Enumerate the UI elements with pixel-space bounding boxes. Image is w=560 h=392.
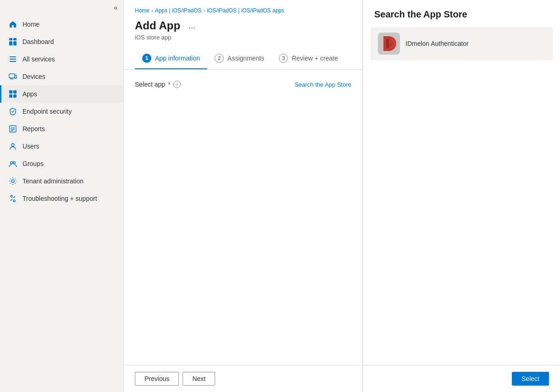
tab-num-1: 1 bbox=[142, 54, 151, 63]
sidebar-collapse-area: « bbox=[0, 0, 123, 16]
breadcrumb-sep-2: › bbox=[204, 8, 205, 13]
svg-point-20 bbox=[11, 162, 13, 164]
sidebar-item-label: Apps bbox=[22, 90, 37, 98]
sidebar-item-groups[interactable]: Groups bbox=[0, 155, 123, 172]
svg-rect-7 bbox=[9, 74, 15, 78]
sidebar-item-endpoint-security[interactable]: Endpoint security bbox=[0, 103, 123, 120]
svg-rect-13 bbox=[9, 94, 12, 98]
tab-num-3: 3 bbox=[279, 54, 288, 63]
groups-icon bbox=[9, 160, 17, 168]
more-options-button[interactable]: ... bbox=[186, 20, 198, 32]
svg-rect-1 bbox=[13, 38, 17, 40]
sidebar-item-dashboard[interactable]: Dashboard bbox=[0, 33, 123, 50]
svg-rect-14 bbox=[13, 94, 17, 98]
svg-rect-8 bbox=[15, 75, 17, 78]
breadcrumb: Home › Apps | iOS/iPadOS › iOS/iPadOS | … bbox=[124, 0, 362, 17]
right-panel-title: Search the App Store bbox=[363, 0, 560, 27]
right-panel: Search the App Store IDmelon Authenticat… bbox=[363, 0, 560, 392]
breadcrumb-sep-1: › bbox=[151, 8, 153, 13]
app-icon-wrap bbox=[378, 33, 400, 55]
sidebar-item-label: Users bbox=[22, 143, 39, 150]
tab-assignments[interactable]: 2 Assignments bbox=[207, 48, 272, 69]
required-indicator: * bbox=[168, 81, 170, 88]
main-content: Home › Apps | iOS/iPadOS › iOS/iPadOS | … bbox=[124, 0, 560, 392]
breadcrumb-ios-apps[interactable]: iOS/iPadOS | iOS/iPadOS apps bbox=[207, 7, 284, 14]
sidebar-item-label: All services bbox=[22, 55, 55, 63]
home-icon bbox=[9, 20, 17, 28]
users-icon bbox=[9, 142, 17, 150]
app-result-name: IDmelon Authenticator bbox=[405, 40, 469, 47]
select-app-label: Select app * i bbox=[135, 81, 181, 88]
page-title: Add App bbox=[135, 19, 180, 32]
svg-point-23 bbox=[11, 195, 12, 197]
tab-num-2: 2 bbox=[215, 54, 224, 63]
sidebar-item-home[interactable]: Home bbox=[0, 16, 123, 33]
reports-icon bbox=[9, 125, 17, 133]
form-panel: Home › Apps | iOS/iPadOS › iOS/iPadOS | … bbox=[124, 0, 363, 392]
svg-rect-11 bbox=[9, 90, 12, 94]
svg-rect-15 bbox=[10, 126, 16, 132]
endpoint-security-icon bbox=[9, 107, 17, 116]
form-content: Select app * i Search the App Store bbox=[124, 70, 362, 365]
page-subtitle: iOS store app bbox=[135, 34, 351, 41]
content-area: Home › Apps | iOS/iPadOS › iOS/iPadOS | … bbox=[124, 0, 560, 392]
search-app-store-link[interactable]: Search the App Store bbox=[294, 81, 351, 88]
all-services-icon bbox=[9, 55, 17, 63]
select-app-text: Select app bbox=[135, 81, 165, 88]
tab-label-2: Assignments bbox=[227, 55, 264, 62]
sidebar-item-tenant-admin[interactable]: Tenant administration bbox=[0, 172, 123, 190]
sidebar-item-label: Reports bbox=[22, 125, 45, 133]
sidebar-item-all-services[interactable]: All services bbox=[0, 50, 123, 68]
previous-button[interactable]: Previous bbox=[135, 372, 179, 386]
svg-rect-0 bbox=[9, 38, 12, 40]
sidebar-item-users[interactable]: Users bbox=[0, 138, 123, 155]
svg-point-19 bbox=[11, 144, 14, 146]
troubleshooting-icon bbox=[9, 194, 17, 203]
page-title-row: Add App ... bbox=[135, 19, 351, 32]
sidebar-item-apps[interactable]: Apps bbox=[0, 85, 123, 103]
tab-review-create[interactable]: 3 Review + create bbox=[272, 48, 345, 69]
breadcrumb-home[interactable]: Home bbox=[135, 7, 150, 14]
svg-rect-12 bbox=[13, 90, 17, 94]
svg-point-24 bbox=[13, 200, 15, 202]
sidebar-item-devices[interactable]: Devices bbox=[0, 68, 123, 85]
sidebar-item-label: Home bbox=[22, 21, 39, 28]
sidebar: « Home Dashboard bbox=[0, 0, 124, 392]
sidebar-item-label: Endpoint security bbox=[22, 108, 72, 115]
sidebar-item-label: Groups bbox=[22, 160, 44, 167]
svg-point-22 bbox=[11, 180, 14, 182]
form-footer: Previous Next bbox=[124, 365, 362, 392]
apps-icon bbox=[9, 90, 17, 98]
svg-rect-3 bbox=[13, 41, 17, 45]
breadcrumb-apps[interactable]: Apps | iOS/iPadOS bbox=[155, 7, 202, 14]
select-app-row: Select app * i Search the App Store bbox=[135, 81, 351, 88]
sidebar-item-label: Devices bbox=[22, 73, 45, 80]
sidebar-item-troubleshooting[interactable]: Troubleshooting + support bbox=[0, 190, 123, 207]
tab-app-information[interactable]: 1 App information bbox=[135, 48, 207, 69]
info-icon[interactable]: i bbox=[173, 81, 181, 88]
next-button[interactable]: Next bbox=[183, 372, 215, 386]
svg-rect-2 bbox=[9, 41, 12, 45]
select-button[interactable]: Select bbox=[512, 372, 549, 386]
sidebar-item-label: Dashboard bbox=[22, 38, 54, 45]
app-result-item[interactable]: IDmelon Authenticator bbox=[371, 27, 553, 60]
dashboard-icon bbox=[9, 38, 17, 46]
tabs-bar: 1 App information 2 Assignments 3 Review… bbox=[124, 48, 362, 70]
sidebar-item-label: Tenant administration bbox=[22, 177, 83, 185]
devices-icon bbox=[9, 72, 17, 81]
collapse-button[interactable]: « bbox=[114, 4, 118, 12]
tab-label-1: App information bbox=[155, 55, 200, 62]
tenant-admin-icon bbox=[9, 177, 17, 185]
sidebar-item-reports[interactable]: Reports bbox=[0, 120, 123, 138]
right-panel-footer: Select bbox=[363, 365, 560, 392]
tab-label-3: Review + create bbox=[292, 55, 338, 62]
page-header: Add App ... iOS store app bbox=[124, 17, 362, 48]
sidebar-item-label: Troubleshooting + support bbox=[22, 195, 97, 202]
